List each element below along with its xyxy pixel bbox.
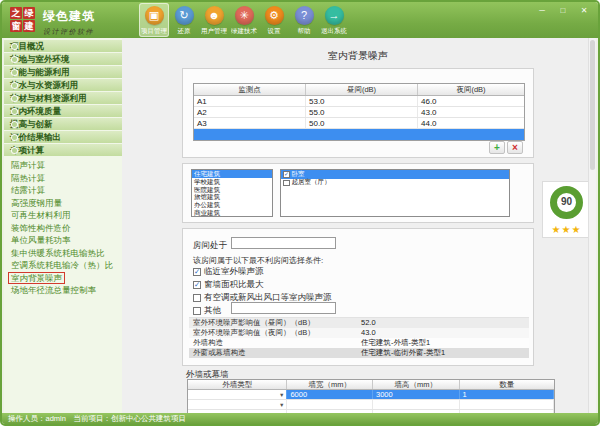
property-row[interactable]: 室外环境噪声影响值（夜间）（dB）43.0 — [189, 328, 529, 338]
scrollbar-thumb[interactable] — [590, 40, 595, 170]
sidebar-sub-item-label: 可再生材料利用 — [9, 210, 73, 220]
logo-character: 绿 — [23, 7, 35, 19]
checkbox-icon[interactable] — [193, 294, 201, 302]
app-window: 之绿窗建 绿色建筑 设计评价软件 ▣项目管理↻还原☻用户管理✳绿建技术⚙设置?帮… — [0, 0, 600, 426]
maximize-button[interactable]: □ — [556, 5, 570, 16]
vertical-scrollbar[interactable] — [588, 38, 596, 414]
property-row[interactable]: 外窗或幕墙构造住宅建筑-临街外窗-类型1 — [189, 348, 529, 358]
sidebar-sub-item[interactable]: 可再生材料利用 — [4, 209, 122, 222]
column-header[interactable]: 墙宽（mm） — [287, 380, 373, 389]
sidebar-group-item[interactable]: 节水与水资源利用 — [4, 79, 122, 91]
column-header[interactable]: 数量 — [460, 380, 554, 389]
building-type-item[interactable]: 旅馆建筑 — [192, 193, 272, 201]
table-header-row: 外墙类型墙宽（mm）墙高（mm）数量 — [188, 380, 554, 390]
group-indicator-icon — [11, 95, 18, 102]
checkbox-icon[interactable]: ✓ — [283, 171, 290, 178]
sidebar-sub-item[interactable]: 高强度钢用量 — [4, 197, 122, 210]
sidebar-sub-item[interactable]: 场地年径流总量控制率 — [4, 284, 122, 297]
checkbox-icon[interactable]: ✓ — [193, 281, 201, 289]
toolbar-item-label: 项目管理 — [140, 26, 168, 35]
sidebar-sub-item-label: 高强度钢用量 — [9, 198, 64, 208]
sidebar-group-item[interactable]: 节地与室外环境 — [4, 53, 122, 65]
sidebar-group-item[interactable]: 节能与能源利用 — [4, 66, 122, 78]
wall-type-dropdown[interactable]: 普通外墙▼ — [188, 390, 287, 399]
column-header[interactable]: 昼间(dB) — [306, 84, 418, 95]
table-row[interactable]: A153.046.0 — [194, 96, 524, 107]
table-cell — [460, 400, 554, 409]
close-button[interactable]: ✕ — [577, 5, 591, 16]
property-row[interactable]: 外墙构造住宅建筑-外墙-类型1 — [189, 338, 529, 348]
sidebar-sub-item[interactable]: 结露计算 — [4, 184, 122, 197]
toolbar-item-label: 退出系统 — [320, 26, 348, 35]
condition-label: 其他 — [204, 305, 221, 317]
column-header[interactable]: 监测点 — [194, 84, 306, 95]
toolbar-item-restore[interactable]: ↻还原 — [169, 3, 199, 37]
column-header[interactable]: 墙高（mm） — [373, 380, 460, 389]
wall-type-dropdown[interactable]: ▼ — [188, 400, 287, 409]
condition-checkbox-row[interactable]: ✓临近室外噪声源 — [193, 266, 264, 278]
selected-empty-row[interactable] — [194, 129, 524, 140]
noise-measurement-panel: 监测点昼间(dB)夜间(dB)A153.046.0A255.043.0A350.… — [182, 68, 534, 158]
checkbox-icon[interactable]: ✓ — [193, 268, 201, 276]
room-location-input[interactable] — [231, 237, 336, 249]
sidebar-group-item[interactable]: 节材与材料资源利用 — [4, 92, 122, 104]
logo-character: 窗 — [10, 20, 22, 32]
table-cell: 3000 — [373, 390, 460, 399]
table-cell: 46.0 — [418, 96, 524, 106]
condition-checkbox-row[interactable]: 其他 — [193, 305, 221, 317]
sidebar-sub-item-label: 结露计算 — [9, 185, 47, 195]
condition-checkbox-row[interactable]: ✓窗墙面积比最大 — [193, 279, 264, 291]
building-type-item[interactable]: 商业建筑 — [192, 209, 272, 217]
toolbar-item-help[interactable]: ?帮助 — [289, 3, 319, 37]
sidebar-group-item[interactable]: 评价结果输出 — [4, 131, 122, 143]
sidebar-group-item[interactable]: 专项计算 — [4, 144, 122, 156]
sidebar-sub-item[interactable]: 隔声计算 — [4, 159, 122, 172]
sidebar-sub-item[interactable]: 室内背景噪声 — [4, 272, 122, 285]
sidebar-sub-item[interactable]: 隔热计算 — [4, 172, 122, 185]
table-cell: 1 — [460, 390, 554, 399]
room-type-label: 起居室（厅） — [292, 178, 331, 187]
property-label: 室外环境噪声影响值（夜间）（dB） — [189, 328, 357, 338]
wall-type-value: 普通外墙 — [191, 390, 221, 399]
building-type-item[interactable]: 住宅建筑 — [192, 170, 272, 178]
property-row[interactable]: 室外环境噪声影响值（昼间）（dB）52.0 — [189, 318, 529, 328]
sidebar-sub-item[interactable]: 装饰性构件造价 — [4, 222, 122, 235]
delete-row-button[interactable]: × — [507, 141, 523, 154]
brand-title: 绿色建筑 — [43, 8, 95, 25]
other-condition-input[interactable] — [231, 302, 336, 314]
building-type-item[interactable]: 医院建筑 — [192, 186, 272, 194]
wall-table-row[interactable]: 普通外墙▼600030001 — [188, 390, 554, 400]
group-indicator-icon — [11, 121, 18, 128]
checkbox-icon[interactable] — [193, 307, 201, 315]
table-cell: A2 — [194, 107, 306, 117]
sidebar-sub-item-label: 空调系统耗电输冷（热）比 — [9, 260, 115, 270]
wall-table-row[interactable]: ▼ — [188, 400, 554, 410]
add-row-button[interactable]: + — [489, 141, 505, 154]
table-row[interactable]: A255.043.0 — [194, 107, 524, 118]
minimize-button[interactable]: ─ — [535, 5, 549, 16]
sidebar-sub-item[interactable]: 单位风量耗功率 — [4, 234, 122, 247]
building-room-panel: 住宅建筑学校建筑医院建筑旅馆建筑办公建筑商业建筑 ✓卧室起居室（厅） — [182, 163, 534, 223]
toolbar-item-user[interactable]: ☻用户管理 — [199, 3, 229, 37]
checkbox-icon[interactable] — [283, 180, 290, 187]
column-header[interactable]: 外墙类型 — [188, 380, 287, 389]
sidebar-group-item[interactable]: 室内环境质量 — [4, 105, 122, 117]
column-header[interactable]: 夜间(dB) — [418, 84, 524, 95]
app-logo: 之绿窗建 — [10, 7, 37, 33]
table-row[interactable]: A350.044.0 — [194, 118, 524, 129]
sidebar-sub-item[interactable]: 空调系统耗电输冷（热）比 — [4, 259, 122, 272]
table-cell: 43.0 — [418, 107, 524, 117]
room-type-item[interactable]: 起居室（厅） — [281, 179, 509, 188]
noise-table: 监测点昼间(dB)夜间(dB)A153.046.0A255.043.0A350.… — [193, 83, 525, 141]
toolbar-item-gear[interactable]: ⚙设置 — [259, 3, 289, 37]
room-type-item[interactable]: ✓卧室 — [281, 170, 509, 179]
building-type-item[interactable]: 学校建筑 — [192, 178, 272, 186]
sidebar-sub-item[interactable]: 集中供暖系统耗电输热比 — [4, 247, 122, 260]
sidebar-group-item[interactable]: 项目概况 — [4, 40, 122, 52]
building-type-item[interactable]: 办公建筑 — [192, 201, 272, 209]
toolbar-item-tech[interactable]: ✳绿建技术 — [229, 3, 259, 37]
toolbar-item-exit[interactable]: →退出系统 — [319, 3, 349, 37]
group-indicator-icon — [11, 69, 18, 76]
toolbar-item-briefcase[interactable]: ▣项目管理 — [139, 3, 169, 37]
sidebar-group-item[interactable]: 提高与创新 — [4, 118, 122, 130]
